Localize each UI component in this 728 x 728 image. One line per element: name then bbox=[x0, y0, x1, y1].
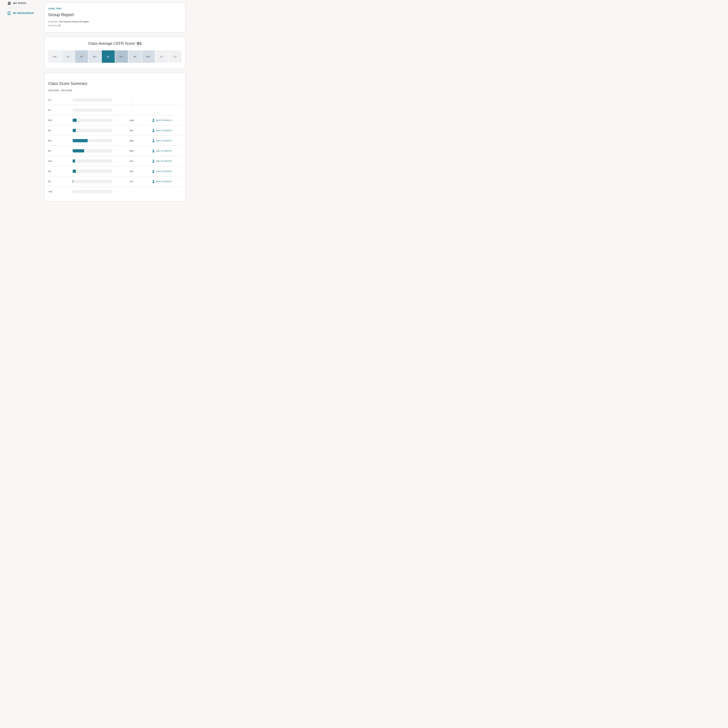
bookmark-icon bbox=[7, 11, 11, 15]
see-students-link[interactable]: SEE STUDENTS bbox=[151, 170, 182, 173]
row-level-label: B2+ bbox=[48, 119, 73, 122]
cefr-average-title: Class Average CEFR Score: B1 bbox=[48, 41, 182, 46]
level-test-eyebrow: LEVEL TEST bbox=[48, 8, 182, 10]
score-bar-fill bbox=[73, 170, 76, 173]
sidebar-item-label: MY TESTS bbox=[13, 2, 26, 5]
score-bar-fill bbox=[73, 159, 75, 163]
cefr-cell-label: C2 bbox=[174, 55, 176, 58]
group-report-card: LEVEL TEST Group Report Institution: The… bbox=[44, 3, 186, 33]
cefr-cell-9: C2 bbox=[168, 50, 182, 63]
sidebar-item-my-resources[interactable]: MY RESOURCES bbox=[7, 11, 44, 16]
score-bar-track bbox=[73, 170, 112, 173]
sidebar-divider bbox=[7, 8, 39, 8]
row-percent-value: 29% bbox=[112, 150, 151, 152]
cefr-cell-6: B2 bbox=[128, 50, 141, 63]
person-icon bbox=[152, 170, 154, 173]
score-row: C2 - bbox=[48, 95, 182, 105]
see-students-link[interactable]: SEE STUDENTS bbox=[151, 139, 182, 142]
row-level-label: A2 bbox=[48, 170, 73, 173]
score-row: A2 8% SEE STUDENTS bbox=[48, 166, 182, 176]
person-icon bbox=[152, 149, 154, 152]
row-percent-value: 10% bbox=[112, 119, 151, 122]
row-level-label: A2+ bbox=[48, 160, 73, 162]
row-percent-value: - bbox=[112, 190, 151, 193]
score-row: A2+ 6% SEE STUDENTS bbox=[48, 156, 182, 166]
cefr-cell-5: B1+ bbox=[115, 50, 128, 63]
institution-value: The Pearson School of English bbox=[59, 20, 89, 23]
date-range: 31/07/2020 - 24/12/2020 bbox=[48, 89, 182, 92]
score-bar-track bbox=[73, 149, 112, 153]
sidebar-item-label: MY RESOURCES bbox=[13, 12, 34, 15]
cefr-title-prefix: Class Average CEFR Score: bbox=[88, 41, 137, 46]
cefr-cell-4: B1 bbox=[102, 50, 115, 63]
score-bar-fill bbox=[73, 149, 84, 153]
score-bar-track bbox=[73, 98, 112, 101]
see-students-label: SEE STUDENTS bbox=[156, 160, 172, 162]
main-content: LEVEL TEST Group Report Institution: The… bbox=[44, 0, 186, 202]
sidebar: MY TESTS MY RESOURCES bbox=[0, 0, 44, 16]
cefr-average-card: Class Average CEFR Score: B1 <A1 A1 A2 A… bbox=[44, 37, 186, 69]
score-bar-fill bbox=[73, 180, 73, 183]
see-students-label: SEE STUDENTS bbox=[156, 180, 172, 183]
tests-icon bbox=[7, 2, 11, 5]
person-icon bbox=[152, 129, 154, 132]
row-percent-value: 38% bbox=[112, 139, 151, 142]
see-students-link[interactable]: SEE STUDENTS bbox=[151, 129, 182, 132]
see-students-link[interactable]: SEE STUDENTS bbox=[151, 149, 182, 152]
person-icon bbox=[152, 180, 154, 183]
score-bar-fill bbox=[73, 129, 76, 132]
person-icon bbox=[152, 119, 154, 122]
see-students-label: SEE STUDENTS bbox=[156, 170, 172, 172]
row-percent-value: - bbox=[112, 109, 151, 112]
row-percent-value: 6% bbox=[112, 160, 151, 162]
score-rows: C2 - C1 - bbox=[48, 95, 182, 197]
score-bar-track bbox=[73, 180, 112, 183]
students-value: 30 bbox=[58, 24, 61, 27]
cefr-cell-1: A1 bbox=[61, 50, 75, 63]
cefr-scale: <A1 A1 A2 A2+ B1 B1+ B2 B2+ C1 C2 bbox=[48, 50, 182, 63]
cefr-cell-7: B2+ bbox=[142, 50, 155, 63]
cefr-cell-label: B2+ bbox=[146, 55, 150, 58]
score-bar-track bbox=[73, 139, 112, 142]
cefr-cell-label: A2 bbox=[80, 55, 83, 58]
students-line: Students: 30 bbox=[48, 24, 182, 27]
person-icon bbox=[152, 139, 154, 142]
score-bar-fill bbox=[73, 119, 76, 122]
see-students-label: SEE STUDENTS bbox=[156, 150, 172, 152]
see-students-link[interactable]: SEE STUDENTS bbox=[151, 119, 182, 122]
see-students-link[interactable]: SEE STUDENTS bbox=[151, 159, 182, 162]
see-students-label: SEE STUDENTS bbox=[156, 140, 172, 142]
cefr-cell-8: C1 bbox=[155, 50, 168, 63]
score-bar-track bbox=[73, 129, 112, 132]
score-row: A1 1% SEE STUDENTS bbox=[48, 176, 182, 187]
row-level-label: B1+ bbox=[48, 139, 73, 142]
score-row: <A1 - bbox=[48, 187, 182, 197]
cefr-cell-label: A2+ bbox=[93, 55, 97, 58]
score-bar-track bbox=[73, 190, 112, 193]
row-level-label: A1 bbox=[48, 180, 73, 183]
score-row: B1+ 38% SEE STUDENTS bbox=[48, 135, 182, 145]
cefr-cell-label: B2 bbox=[134, 55, 136, 58]
row-percent-value: 1% bbox=[112, 180, 151, 183]
cefr-cell-2: A2 bbox=[75, 50, 88, 63]
see-students-link[interactable]: SEE STUDENTS bbox=[151, 180, 182, 183]
cefr-cell-label: C1 bbox=[160, 55, 163, 58]
institution-line: Institution: The Pearson School of Engli… bbox=[48, 20, 182, 23]
score-row: B2+ 10% SEE STUDENTS bbox=[48, 115, 182, 125]
row-percent-value: 8% bbox=[112, 170, 151, 173]
summary-title: Class Score Summary bbox=[48, 81, 182, 86]
person-icon bbox=[152, 159, 154, 162]
cefr-cell-label: B1 bbox=[107, 55, 110, 58]
row-level-label: B1 bbox=[48, 150, 73, 152]
cefr-cell-label: A1 bbox=[67, 55, 69, 58]
students-label: Students: bbox=[48, 24, 57, 27]
score-bar-track bbox=[73, 119, 112, 122]
page: MY TESTS MY RESOURCES LEVEL TEST Group R… bbox=[0, 0, 229, 202]
class-score-summary-card: Class Score Summary 31/07/2020 - 24/12/2… bbox=[44, 73, 186, 202]
page-title: Group Report bbox=[48, 12, 182, 18]
score-bar-track bbox=[73, 109, 112, 112]
see-students-label: SEE STUDENTS bbox=[156, 119, 172, 121]
cefr-cell-0: <A1 bbox=[48, 50, 61, 63]
score-row: B2 8% SEE STUDENTS bbox=[48, 125, 182, 135]
sidebar-item-my-tests[interactable]: MY TESTS bbox=[7, 1, 44, 6]
